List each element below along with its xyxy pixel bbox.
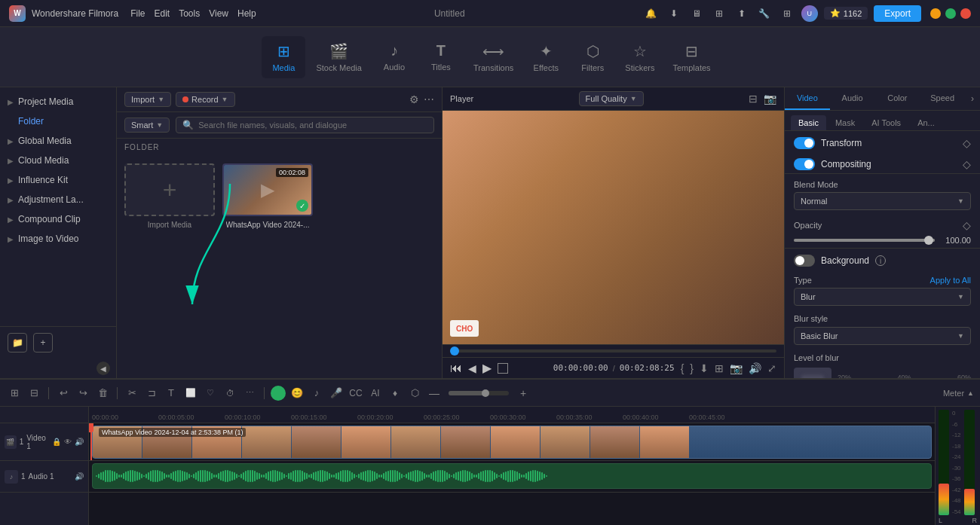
sidebar-item-image-to-video[interactable]: ▶ Image to Video [0,229,116,249]
tl-settings[interactable]: ⊟ [26,385,42,401]
playhead-thumb[interactable] [450,346,459,356]
apply-all-button[interactable]: Apply to All [930,276,971,285]
tab-audio[interactable]: Audio [830,87,875,110]
monitor-icon[interactable]: 🖥 [688,5,705,22]
menu-tools[interactable]: Tools [179,8,200,19]
tl-plus-btn[interactable]: + [515,385,531,401]
blend-mode-select[interactable]: Normal ▼ [794,192,971,210]
tl-cut[interactable]: ✂ [124,385,140,401]
sidebar-item-cloud-media[interactable]: ▶ Cloud Media [0,151,116,170]
video-clip[interactable]: WhatsApp Video 2024-12-04 at 2:53:38 PM … [92,426,932,459]
subtab-ai-tools[interactable]: AI Tools [864,115,908,130]
preview-snapshot-icon[interactable]: 📷 [764,93,776,105]
tl-emoji-btn[interactable]: 😊 [289,385,305,401]
tab-color[interactable]: Color [875,87,920,110]
search-input[interactable] [198,121,427,130]
filter-settings-icon[interactable]: ⚙ [409,93,419,105]
compositing-toggle[interactable] [794,158,815,170]
mark-out-button[interactable]: } [690,362,694,374]
media-item-whatsapp[interactable]: ▶ 00:02:08 ✓ WhatsApp Video 2024-... [222,163,313,229]
type-select[interactable]: Blur ▼ [794,288,971,306]
mark-in-button[interactable]: { [681,362,684,374]
quality-select[interactable]: Full Quality ▼ [579,91,644,106]
tl-more-btn[interactable]: ⋯ [241,385,258,401]
tool-transitions[interactable]: ⟷ Transitions [466,36,521,78]
play-button[interactable]: ▶ [482,361,492,375]
sidebar-item-influence-kit[interactable]: ▶ Influence Kit [0,170,116,190]
tl-speed-btn[interactable]: ⏱ [222,385,238,401]
opacity-slider[interactable] [794,239,935,242]
transform-expand-icon[interactable]: ◇ [963,137,971,149]
credits-display[interactable]: ⭐ 1162 [824,7,868,20]
tool-effects[interactable]: ✦ Effects [524,36,568,78]
video-lock-icon[interactable]: 🔒 [52,438,61,446]
compositing-expand-icon-2[interactable]: ◇ [963,219,971,231]
menu-file[interactable]: File [130,8,145,19]
subtab-basic[interactable]: Basic [791,115,826,130]
sidebar-item-folder[interactable]: Folder [0,111,116,131]
menu-edit[interactable]: Edit [155,8,170,19]
menu-view[interactable]: View [209,8,228,19]
tool-audio[interactable]: ♪ Audio [372,36,416,78]
full-screen-preview[interactable]: ⊞ [715,362,724,374]
tl-ai-btn[interactable]: ♡ [202,385,219,401]
skip-back-button[interactable]: ⏮ [450,362,462,375]
sidebar-collapse-button[interactable]: ◀ [96,362,110,375]
tool-filters[interactable]: ⬡ Filters [571,36,614,78]
tl-undo[interactable]: ↩ [55,385,72,401]
tl-text[interactable]: T [163,385,179,401]
window-minimize[interactable] [930,8,941,19]
tab-speed[interactable]: Speed [920,87,965,110]
subtab-an[interactable]: An... [910,115,942,130]
tl-green-indicator[interactable] [271,386,286,401]
tl-heart-btn[interactable]: ♪ [308,385,325,401]
tool-titles[interactable]: T Titles [419,36,463,78]
blur-style-select[interactable]: Basic Blur ▼ [794,327,971,345]
notification-bell[interactable]: 🔔 [643,5,660,22]
grid-icon[interactable]: ⊞ [711,5,727,22]
window-close[interactable] [960,8,971,19]
import-media-item[interactable]: + Import Media [124,163,215,229]
audio-clip[interactable]: document.write(Array.from({length:200},(… [92,463,932,489]
tl-zoom-slider[interactable] [449,391,509,395]
tl-delete[interactable]: 🗑 [94,385,111,401]
sidebar-item-adjustment[interactable]: ▶ Adjustment La... [0,190,116,209]
tl-minus-btn[interactable]: — [426,385,443,401]
upload-icon[interactable]: ⬆ [733,5,750,22]
more-tabs-button[interactable]: › [965,87,980,110]
record-button[interactable]: Record ▼ [176,92,234,107]
search-bar[interactable]: 🔍 [176,117,434,133]
plugin-icon[interactable]: 🔧 [756,5,773,22]
preview-aspect-icon[interactable]: ⊟ [749,93,758,105]
apps-icon[interactable]: ⊞ [779,5,795,22]
video-eye-icon[interactable]: 👁 [64,438,72,446]
tl-subtitle-btn[interactable]: CC [348,385,364,401]
tool-templates[interactable]: ⊟ Templates [665,36,718,78]
smart-filter-button[interactable]: Smart ▼ [124,118,170,133]
compositing-expand-icon[interactable]: ◇ [963,158,971,170]
background-info-icon[interactable]: i [875,255,886,266]
subtab-mask[interactable]: Mask [828,115,862,130]
tool-stickers[interactable]: ☆ Stickers [617,36,662,78]
tl-translate-btn[interactable]: ♦ [387,385,403,401]
more-options-icon[interactable]: ⋯ [424,93,434,105]
tl-shape[interactable]: ⬜ [182,385,199,401]
stop-button[interactable] [498,363,508,374]
expand-preview-button[interactable]: ⤢ [767,362,776,374]
sidebar-item-global-media[interactable]: ▶ Global Media [0,131,116,151]
add-item-button[interactable]: + [33,333,53,353]
import-button[interactable]: Import ▼ [124,92,171,107]
tl-add-track[interactable]: ⊞ [6,385,23,401]
tab-video[interactable]: Video [785,87,830,110]
window-maximize[interactable] [945,8,956,19]
tl-ai2-btn[interactable]: AI [367,385,384,401]
extract-button[interactable]: ⬇ [700,362,709,374]
snapshot-button[interactable]: 📷 [730,362,743,374]
transform-toggle[interactable] [794,137,815,149]
tool-stock-media[interactable]: 🎬 Stock Media [308,36,369,78]
export-button[interactable]: Export [874,5,921,22]
tl-sticker-btn[interactable]: ⬡ [406,385,423,401]
tl-trim[interactable]: ⊐ [143,385,160,401]
background-toggle[interactable] [794,255,815,267]
menu-help[interactable]: Help [237,8,256,19]
